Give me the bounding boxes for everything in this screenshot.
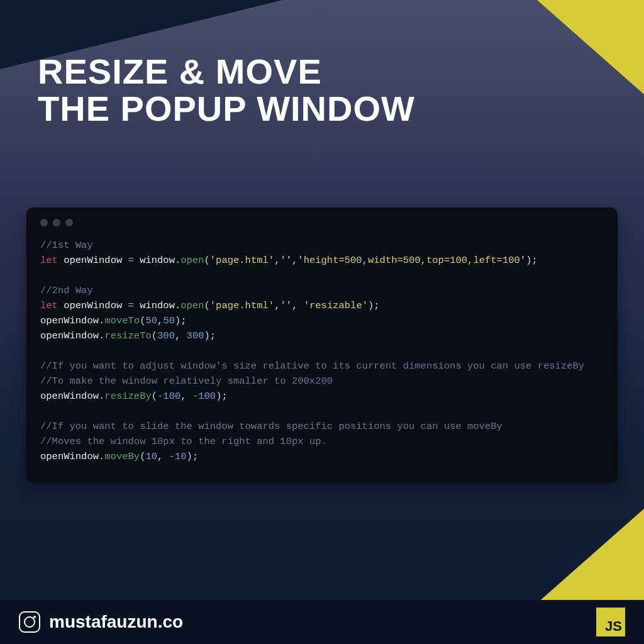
instagram-icon: [19, 611, 40, 633]
title-line-2: THE POPUP WINDOW: [38, 91, 415, 128]
dot-icon: [53, 219, 60, 226]
footer-left: mustafauzun.co: [19, 611, 183, 633]
decor-yellow-top-right: [537, 0, 644, 94]
window-dots: [40, 219, 604, 226]
decor-yellow-bottom-right: [537, 509, 644, 603]
code-block: //1st Way let openWindow = window.open('…: [40, 238, 604, 464]
social-handle: mustafauzun.co: [49, 612, 183, 632]
footer-bar: mustafauzun.co JS: [0, 600, 644, 644]
page-title: RESIZE & MOVE THE POPUP WINDOW: [38, 53, 415, 128]
dot-icon: [65, 219, 73, 226]
code-window: //1st Way let openWindow = window.open('…: [26, 208, 618, 483]
title-line-1: RESIZE & MOVE: [38, 53, 415, 91]
js-badge-icon: JS: [596, 608, 625, 636]
dot-icon: [40, 219, 48, 226]
